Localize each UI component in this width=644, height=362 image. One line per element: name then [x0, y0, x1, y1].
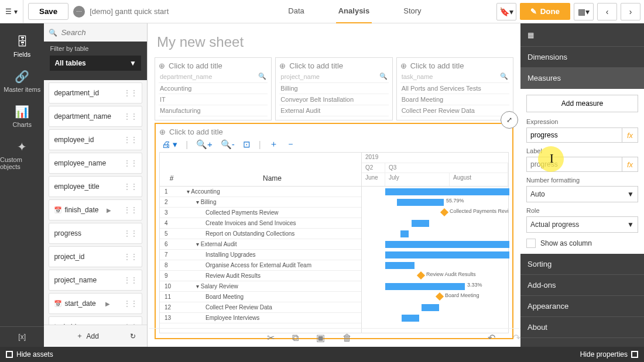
gantt-bar[interactable] [400, 230, 409, 237]
expression-fx-button[interactable]: fx [622, 127, 638, 143]
gantt-title-placeholder[interactable]: ⊕Click to add title [159, 127, 509, 136]
gantt-row[interactable]: 3Collected Payments Review [160, 208, 361, 218]
tile-search[interactable]: department_name🔍 [159, 70, 268, 83]
gantt-bar[interactable] [385, 188, 509, 195]
label-input[interactable] [526, 157, 622, 172]
tile-list-item[interactable]: External Audit [279, 105, 388, 116]
measures-section[interactable]: Measures [520, 68, 644, 89]
field-item-start_date[interactable]: 📅start_date▶⋮⋮ [49, 293, 142, 314]
field-item-progress[interactable]: progress⋮⋮ [49, 223, 142, 244]
save-button[interactable]: Save [28, 3, 68, 20]
tab-data[interactable]: Data [286, 0, 306, 24]
fullscreen-button[interactable]: ⤢ [501, 111, 518, 129]
tile-title-placeholder[interactable]: ⊕Click to add title [159, 61, 268, 70]
tile-list-item[interactable]: Board Meeting [400, 94, 509, 105]
tile-list-item[interactable]: All Ports and Services Tests [400, 83, 509, 94]
hide-properties-toggle[interactable]: Hide properties [574, 350, 644, 358]
field-item-project_name[interactable]: project_name⋮⋮ [49, 270, 142, 291]
add-measure-button[interactable]: Add measure [526, 95, 638, 112]
sheet-title[interactable]: My new sheet [155, 30, 513, 57]
paste-button[interactable]: ▣ [316, 332, 325, 343]
field-item-finish_date[interactable]: 📅finish_date▶⋮⋮ [49, 199, 142, 220]
field-item-employee_id[interactable]: employee_id⋮⋮ [49, 129, 142, 150]
gantt-row[interactable]: 4Create Invoices and Send Invoices [160, 218, 361, 229]
gantt-chart-tile[interactable]: ⤢ ⊕Click to add title 🖨 ▾ | 🔍+ 🔍- ⊡ | ＋ … [155, 123, 513, 339]
rail-custom-objects[interactable]: ✦Custom objects [0, 134, 44, 176]
copy-button[interactable]: ⧉ [292, 333, 299, 343]
rail-fields[interactable]: 🗄Fields [0, 29, 44, 64]
tile-list-item[interactable]: Accounting [159, 83, 268, 94]
zoom-out-button[interactable]: 🔍- [221, 139, 235, 150]
tile-list-item[interactable]: Collect Peer Review Data [400, 105, 509, 116]
prev-sheet-button[interactable]: ‹ [597, 3, 617, 20]
field-item-department_id[interactable]: department_id⋮⋮ [49, 82, 142, 104]
filter-tile[interactable]: ⊕Click to add titletask_name🔍All Ports a… [396, 57, 513, 120]
tile-title-placeholder[interactable]: ⊕Click to add title [279, 61, 388, 70]
gantt-milestone[interactable] [440, 208, 448, 216]
tile-list-item[interactable]: Billing [279, 83, 388, 94]
collapse-button[interactable]: － [286, 139, 295, 150]
expand-button[interactable]: ＋ [269, 139, 278, 150]
gantt-row[interactable]: 5Report on Outstanding Collections [160, 229, 361, 239]
gantt-row[interactable]: 7Installing Upgrades [160, 250, 361, 260]
hamburger-menu[interactable]: ☰ ▾ [0, 0, 23, 23]
gantt-row[interactable]: 12Collect Peer Review Data [160, 302, 361, 313]
tile-list-item[interactable]: IT [159, 94, 268, 105]
hide-assets-toggle[interactable]: Hide assets [0, 350, 59, 358]
sheet-grid-button[interactable]: ▦▾ [574, 3, 594, 20]
gantt-bar[interactable] [385, 251, 509, 258]
appearance-section[interactable]: Appearance [520, 296, 644, 317]
show-as-column-checkbox[interactable] [526, 239, 536, 248]
addons-section[interactable]: Add-ons [520, 275, 644, 296]
field-item-task_id[interactable]: task_id⋮⋮ [49, 316, 142, 325]
zoom-fit-button[interactable]: ⊡ [243, 139, 251, 150]
expression-input[interactable] [526, 127, 622, 143]
gantt-row[interactable]: 11Board Meeting [160, 292, 361, 302]
dimensions-section[interactable]: Dimensions [520, 47, 644, 68]
tile-list-item[interactable]: Conveyor Belt Installation [279, 94, 388, 105]
next-sheet-button[interactable]: › [621, 3, 640, 20]
reload-fields-button[interactable]: ↻ [125, 332, 141, 340]
rail-variables[interactable]: [x] [0, 326, 44, 347]
tile-list-item[interactable]: Manufacturing [159, 105, 268, 116]
tab-analysis[interactable]: Analysis [336, 0, 372, 24]
gantt-bar[interactable] [402, 315, 419, 322]
gantt-bar[interactable] [385, 283, 465, 290]
sorting-section[interactable]: Sorting [520, 254, 644, 275]
gantt-row[interactable]: 13Employee Interviews [160, 313, 361, 323]
rail-charts[interactable]: 📊Charts [0, 99, 44, 134]
add-field-button[interactable]: ＋Add [50, 331, 125, 341]
about-section[interactable]: About [520, 317, 644, 338]
delete-button[interactable]: 🗑 [342, 333, 352, 343]
tables-dropdown[interactable]: All tables▼ [50, 56, 141, 71]
gantt-bar[interactable] [385, 241, 509, 248]
gantt-bar[interactable] [422, 304, 439, 311]
done-button[interactable]: ✎Done [520, 3, 570, 20]
rail-master-items[interactable]: 🔗Master items [0, 64, 44, 99]
cut-button[interactable]: ✂ [267, 332, 275, 343]
role-select[interactable]: Actual progress▼ [526, 216, 638, 233]
bookmark-button[interactable]: 🔖▾ [496, 3, 516, 20]
filter-tile[interactable]: ⊕Click to add titledepartment_name🔍Accou… [155, 57, 272, 120]
tile-search[interactable]: task_name🔍 [400, 70, 509, 83]
gantt-row[interactable]: 1▾ Accounting [160, 187, 361, 197]
field-item-department_name[interactable]: department_name⋮⋮ [49, 106, 142, 127]
filter-tile[interactable]: ⊕Click to add titleproject_name🔍BillingC… [275, 57, 392, 120]
undo-button[interactable]: ↶ [488, 332, 495, 343]
field-item-employee_title[interactable]: employee_title⋮⋮ [49, 176, 142, 197]
field-item-project_id[interactable]: project_id⋮⋮ [49, 246, 142, 267]
gantt-row[interactable]: 8Organise Access for External Audit Team [160, 260, 361, 271]
gantt-row[interactable]: 6▾ External Audit [160, 239, 361, 250]
gantt-milestone[interactable] [436, 292, 444, 301]
field-item-employee_name[interactable]: employee_name⋮⋮ [49, 153, 142, 174]
number-formatting-select[interactable]: Auto▼ [526, 186, 638, 202]
gantt-bar[interactable] [397, 199, 444, 206]
gantt-row[interactable]: 10▾ Salary Review [160, 281, 361, 292]
gantt-bar[interactable] [385, 262, 415, 269]
tab-story[interactable]: Story [401, 0, 423, 24]
zoom-in-button[interactable]: 🔍+ [196, 139, 213, 150]
tile-search[interactable]: project_name🔍 [279, 70, 388, 83]
redo-button[interactable]: ↷ [513, 332, 520, 343]
gantt-milestone[interactable] [417, 271, 425, 280]
fields-search-input[interactable] [61, 28, 142, 37]
